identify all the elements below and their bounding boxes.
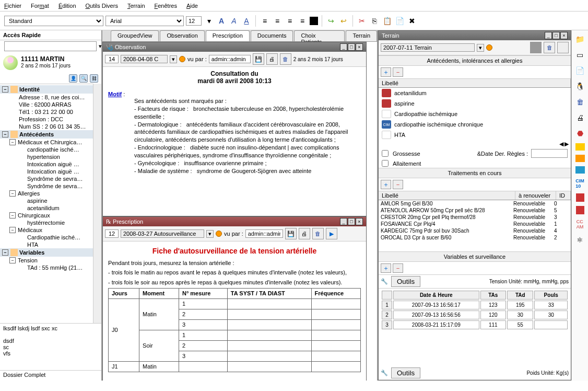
presc-user[interactable] (245, 229, 283, 238)
terrain-btn3[interactable] (557, 42, 569, 53)
add-icon[interactable]: ＋ (381, 67, 391, 77)
tab-documents[interactable]: Documents (251, 30, 293, 41)
add-icon[interactable]: ＋ (381, 180, 391, 189)
menu-aide[interactable]: Aide (186, 3, 198, 9)
align-right-icon[interactable]: ≡ (285, 16, 295, 26)
outils-button[interactable]: Outils (391, 367, 420, 378)
save-icon[interactable]: 💾 (253, 53, 264, 65)
tree-item[interactable]: Syndrôme de sevra… (0, 182, 93, 190)
dropdown-icon[interactable]: ▾ (206, 230, 214, 238)
obs-user[interactable] (209, 55, 251, 63)
bold-icon[interactable]: A (216, 16, 227, 26)
collapse-icon[interactable]: − (2, 86, 8, 93)
tab-prescription[interactable]: Prescription (206, 30, 250, 41)
align-left-icon[interactable]: ≡ (260, 16, 270, 26)
undo-icon[interactable]: ↩ (338, 16, 349, 26)
tree-variables[interactable]: Variables (19, 249, 44, 256)
menu-outils[interactable]: Outils Divers (86, 3, 118, 9)
paste-icon[interactable]: 📋 (382, 16, 392, 26)
collapse-icon[interactable]: − (2, 249, 8, 256)
col-libelle[interactable]: Libellé (379, 79, 571, 87)
grossesse-checkbox[interactable] (382, 150, 389, 157)
trash-icon[interactable]: 🗑 (574, 96, 586, 108)
ccam-icon[interactable]: CCAM (574, 218, 586, 230)
quickaccess-dropdown-icon[interactable]: ▾ (99, 43, 102, 50)
scroll-right-icon[interactable]: ▶ (565, 141, 569, 147)
menu-edition[interactable]: Édition (58, 3, 76, 9)
tab-choixpatients[interactable]: Choix Patients (294, 30, 345, 41)
tree-item[interactable]: HTA (0, 241, 93, 248)
tools-icon[interactable]: ✖ (407, 16, 417, 26)
patient-action3-icon[interactable]: ⛓ (90, 74, 98, 83)
tree-antecedents[interactable]: Antécédents (19, 131, 54, 137)
penguin-icon[interactable]: 🐧 (574, 80, 586, 92)
patient-action2-icon[interactable]: 🔍 (79, 74, 88, 83)
folder-icon[interactable]: 📁 (574, 33, 586, 45)
tree-item[interactable]: Ville : 62000 ARRAS (0, 101, 93, 108)
font-select[interactable]: Arial (105, 16, 184, 26)
collapse-icon[interactable]: − (9, 257, 16, 263)
doc-icon[interactable]: 📄 (574, 65, 586, 76)
collapse-icon[interactable]: − (2, 131, 8, 137)
remove-icon[interactable]: － (393, 263, 403, 273)
collapse-icon[interactable]: − (9, 212, 16, 218)
card2-icon[interactable] (575, 155, 585, 162)
align-center-icon[interactable]: ≡ (272, 16, 283, 26)
outils-icon[interactable]: 🔧 (381, 370, 388, 376)
tree-item[interactable]: Profession : DCC (0, 116, 93, 123)
treatments-table[interactable]: AMLOR 5mg Gél B/30Renouvelable0 ATENOLOL… (379, 200, 571, 241)
cut-icon[interactable]: ✂ (357, 16, 367, 26)
tree-item[interactable]: TAd : 55 mmHg (21… (0, 264, 93, 271)
cim10-icon[interactable]: CIM10 (574, 178, 586, 189)
minimize-icon[interactable]: _ (340, 218, 347, 225)
stop-icon[interactable]: ⬣ (574, 128, 586, 139)
patient-action1-icon[interactable]: 👤 (69, 74, 77, 83)
molecule-icon[interactable]: ⚛ (574, 234, 586, 246)
minimize-icon[interactable]: _ (340, 43, 347, 51)
close-icon[interactable]: × (560, 32, 568, 39)
tree-item[interactable]: Syndrôme de sevra… (0, 175, 93, 182)
motif-link[interactable]: Motif (108, 91, 122, 97)
remove-icon[interactable]: － (393, 67, 403, 77)
color-swatch[interactable] (310, 17, 318, 25)
vidal-icon[interactable] (576, 206, 584, 214)
remove-icon[interactable]: － (393, 180, 403, 189)
tree-identite[interactable]: Identité (19, 86, 40, 93)
date-regles-input[interactable] (531, 149, 568, 158)
obs-body[interactable]: Consultation du mardi 08 avril 2008 10:1… (103, 67, 366, 216)
form-icon[interactable]: 📄 (394, 16, 405, 26)
fontsize-dropdown[interactable]: ▾ (204, 16, 214, 26)
ante-list[interactable]: acetanilidum aspirine Cardiopathie isché… (379, 88, 571, 140)
collapse-icon[interactable]: − (9, 227, 16, 233)
scroll-left-icon[interactable]: ◀ (559, 141, 563, 147)
minimize-icon[interactable]: _ (545, 32, 552, 39)
tree-item[interactable]: Allergies (18, 190, 40, 197)
collapse-icon[interactable]: − (9, 139, 16, 145)
tree-item[interactable]: Intoxication aiguë … (0, 160, 93, 168)
quickaccess-input[interactable] (4, 41, 97, 51)
underline-icon[interactable]: A (241, 16, 252, 26)
presc-number[interactable] (105, 229, 119, 238)
tree-item[interactable]: hypertension (0, 153, 93, 160)
close-icon[interactable]: × (356, 43, 363, 51)
outils-icon[interactable]: 🔧 (381, 278, 388, 285)
tree-item[interactable]: Num SS : 2 06 01 34 35… (0, 123, 93, 130)
patient-tree[interactable]: −Identité Adresse : 8, rue des coi… Vill… (0, 84, 93, 323)
tab-observation[interactable]: Observation (160, 30, 204, 41)
printer-icon[interactable]: 🖨 (574, 112, 586, 123)
card3-icon[interactable] (575, 166, 585, 174)
record-icon[interactable] (179, 56, 185, 62)
style-select[interactable]: Standard (4, 16, 103, 26)
collapse-icon[interactable]: − (9, 190, 16, 197)
delete-icon[interactable]: 🗑 (280, 53, 291, 65)
fontsize-input[interactable] (186, 16, 202, 26)
tree-item[interactable]: Cardiopathie isché… (0, 234, 93, 241)
print-icon[interactable]: 🖨 (299, 228, 310, 239)
tree-item[interactable]: Médicaux et Chirurgica… (18, 139, 83, 145)
record-icon[interactable] (486, 44, 492, 51)
tree-item[interactable]: acetanilidum (0, 204, 93, 212)
allaitement-checkbox[interactable] (382, 160, 389, 167)
tree-scrollbar[interactable] (93, 84, 101, 323)
menu-fichier[interactable]: Fichier (4, 3, 21, 9)
tree-item[interactable]: Adresse : 8, rue des coi… (0, 94, 93, 101)
